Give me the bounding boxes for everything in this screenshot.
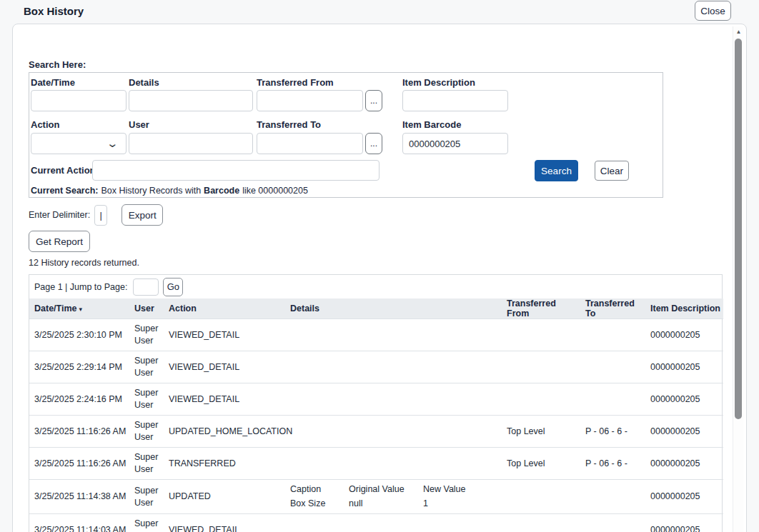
get-report-button[interactable]: Get Report [29,231,90,252]
delimiter-row: Enter Delimiter: Export [29,204,723,226]
transferred-to-input[interactable] [257,133,363,154]
cell-user: Super User [129,351,164,383]
transferred-to-label: Transferred To [257,119,321,130]
scrollbar-thumb[interactable] [735,39,742,419]
cell-item-description: 0000000205 [645,319,723,351]
table-row: 3/25/2025 11:16:26 AM Super User UPDATED… [29,416,723,448]
user-input[interactable] [129,133,253,154]
cell-transferred-from [502,383,580,416]
col-action[interactable]: Action [164,298,285,319]
cell-transferred-to [580,383,645,416]
transferred-from-input[interactable] [257,90,363,111]
box-history-panel: Search Here: Date/Time Details Transferr… [12,24,747,532]
panel-content: Search Here: Date/Time Details Transferr… [13,24,723,532]
cell-user: Super User [129,416,164,448]
history-table: Date/Time▾ User Action Details Transferr… [29,298,723,532]
cell-action: VIEWED_DETAIL [164,351,285,383]
jump-to-page-input[interactable] [133,278,159,296]
col-details[interactable]: Details [285,298,502,319]
cell-transferred-from [502,351,580,383]
item-barcode-label: Item Barcode [402,119,461,130]
results-table-container: Page 1 | Jump to Page: Go Date/Time▾ Use… [29,274,723,532]
cell-user: Super User [129,319,164,351]
delimiter-input[interactable] [94,205,107,226]
detail-caption-label: Caption [290,483,349,496]
user-label: User [129,119,149,130]
current-action-input[interactable] [92,160,380,181]
cell-details: Caption Box Size Original Value null New… [285,480,502,514]
details-input[interactable] [129,90,253,111]
cell-details [285,448,502,480]
cell-datetime: 3/25/2025 2:30:10 PM [29,319,129,351]
cell-datetime: 3/25/2025 11:16:26 AM [29,416,129,448]
pagination-row: Page 1 | Jump to Page: Go [29,275,722,298]
go-button[interactable]: Go [163,278,183,296]
action-select[interactable]: ⌄ [31,133,126,154]
cell-transferred-from [502,480,580,514]
cell-transferred-to: P - 06 - 6 - [580,416,645,448]
detail-caption-col: Caption Box Size [290,483,349,511]
detail-caption-value: Box Size [290,497,349,511]
cell-transferred-to [580,480,645,514]
search-here-label: Search Here: [29,59,723,71]
cell-user: Super User [129,514,164,532]
vertical-scrollbar[interactable]: ▲ [733,26,743,532]
table-row: 3/25/2025 2:24:16 PM Super User VIEWED_D… [29,383,723,416]
current-action-label: Current Action: [31,160,99,181]
item-description-label: Item Description [402,77,475,88]
detail-original-col: Original Value null [349,483,423,511]
datetime-input[interactable] [31,90,126,111]
scrollbar-up-arrow-icon[interactable]: ▲ [735,29,743,35]
detail-new-col: New Value 1 [423,483,502,511]
item-barcode-input[interactable] [402,133,508,154]
cell-item-description: 0000000205 [645,383,723,416]
cell-user: Super User [129,448,164,480]
detail-original-value: null [349,497,423,511]
col-transferred-from[interactable]: Transferred From [502,298,580,319]
cell-item-description: 0000000205 [645,448,723,480]
cell-datetime: 3/25/2025 11:14:03 AM [29,514,129,532]
table-row: 3/25/2025 2:30:10 PM Super User VIEWED_D… [29,319,723,351]
current-search-text: Current Search:Box History Records withB… [31,186,311,196]
cell-datetime: 3/25/2025 2:24:16 PM [29,383,129,416]
cell-item-description: 0000000205 [645,514,723,532]
item-description-input[interactable] [402,90,508,111]
update-detail-grid: Caption Box Size Original Value null New… [290,483,502,511]
col-user[interactable]: User [129,298,164,319]
transferred-from-lookup-button[interactable]: ... [365,90,382,111]
chevron-down-icon: ⌄ [106,140,119,147]
page-title: Box History [24,5,84,17]
cell-transferred-to: P - 06 - 6 - [580,448,645,480]
col-datetime[interactable]: Date/Time▾ [29,298,129,319]
search-button[interactable]: Search [535,160,578,181]
cell-datetime: 3/25/2025 11:16:26 AM [29,448,129,480]
cell-details [285,514,502,532]
export-button[interactable]: Export [121,204,163,226]
cell-transferred-to [580,319,645,351]
page-indicator: Page 1 | Jump to Page: [34,282,127,292]
detail-original-label: Original Value [349,483,423,496]
action-label: Action [31,119,59,130]
current-search-part2: like 0000000205 [242,186,308,196]
table-row: 3/25/2025 11:16:26 AM Super User TRANSFE… [29,448,723,480]
cell-details [285,383,502,416]
dialog-header: Box History Close [0,0,759,21]
close-button[interactable]: Close [695,1,731,21]
cell-transferred-from [502,319,580,351]
details-label: Details [129,77,159,88]
cell-details [285,416,502,448]
col-item-description[interactable]: Item Description [645,298,723,319]
cell-item-description: 0000000205 [645,416,723,448]
detail-new-label: New Value [423,483,502,496]
cell-action: UPDATED_HOME_LOCATION [164,416,285,448]
table-row: 3/25/2025 2:29:14 PM Super User VIEWED_D… [29,351,723,383]
cell-action: UPDATED [164,480,285,514]
clear-button[interactable]: Clear [595,161,629,181]
transferred-to-lookup-button[interactable]: ... [365,133,382,154]
search-form: Date/Time Details Transferred From Item … [29,72,663,198]
col-transferred-to[interactable]: Transferred To [580,298,645,319]
cell-action: VIEWED_DETAIL [164,319,285,351]
cell-transferred-from [502,514,580,532]
current-search-label: Current Search: [31,186,98,196]
detail-new-value: 1 [423,497,502,511]
